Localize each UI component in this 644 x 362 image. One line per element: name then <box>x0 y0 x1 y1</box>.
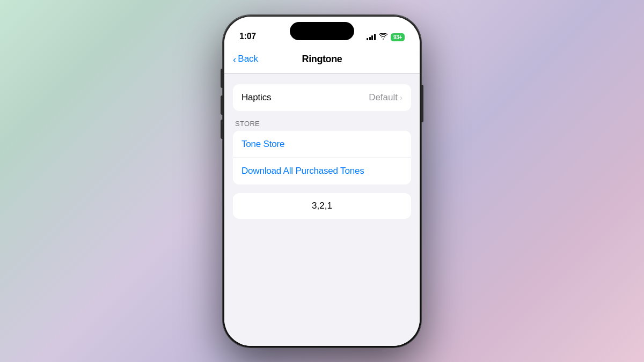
download-purchased-label: Download All Purchased Tones <box>241 166 364 176</box>
store-section: STORE Tone Store Download All Purchased … <box>233 120 411 184</box>
tone-store-row[interactable]: Tone Store <box>233 131 411 158</box>
page-title: Ringtone <box>302 54 342 65</box>
wifi-icon <box>379 33 387 41</box>
status-bar: 1:07 93+ <box>224 17 420 46</box>
store-section-label: STORE <box>233 120 411 131</box>
haptics-group: Haptics Default › <box>233 84 411 111</box>
status-icons: 93+ <box>367 33 405 41</box>
bottom-partial-group: 3,2,1 <box>233 193 411 219</box>
tone-store-label: Tone Store <box>241 139 284 150</box>
haptics-label: Haptics <box>241 92 271 103</box>
bottom-partial-text: 3,2,1 <box>241 201 402 211</box>
haptics-row[interactable]: Haptics Default › <box>233 84 411 111</box>
haptics-chevron-icon: › <box>400 93 402 102</box>
haptics-value-container: Default › <box>369 92 402 103</box>
phone-screen: 1:07 93+ ‹ Back <box>224 17 420 346</box>
signal-icon <box>367 34 376 40</box>
back-button[interactable]: ‹ Back <box>233 54 258 64</box>
back-chevron-icon: ‹ <box>233 54 236 64</box>
dynamic-island <box>290 22 354 40</box>
navigation-bar: ‹ Back Ringtone <box>224 46 420 73</box>
status-time: 1:07 <box>239 32 256 41</box>
battery-indicator: 93+ <box>391 33 405 41</box>
back-label: Back <box>238 54 258 64</box>
store-group: Tone Store Download All Purchased Tones <box>233 131 411 184</box>
download-purchased-row[interactable]: Download All Purchased Tones <box>233 158 411 184</box>
content-area: Haptics Default › STORE Tone Store Downl… <box>224 73 420 346</box>
phone-device: 1:07 93+ ‹ Back <box>223 15 421 348</box>
haptics-value: Default <box>369 92 398 103</box>
